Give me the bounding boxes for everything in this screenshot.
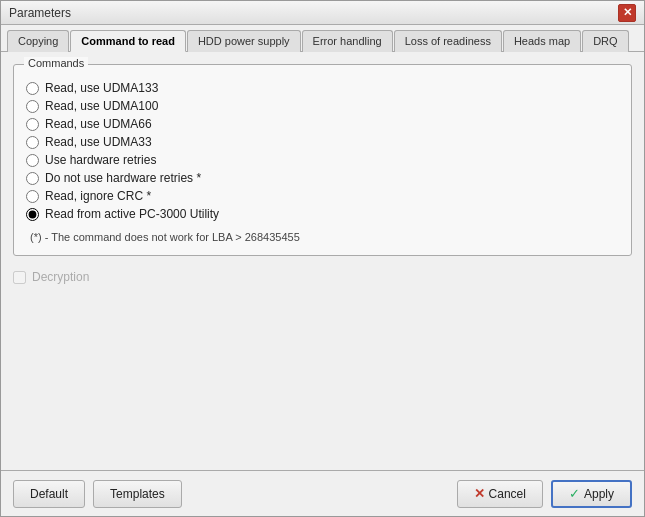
tab-hdd-power-supply[interactable]: HDD power supply	[187, 30, 301, 52]
radio-udma100[interactable]	[26, 100, 39, 113]
tab-command-to-read[interactable]: Command to read	[70, 30, 186, 52]
commands-group-label: Commands	[24, 57, 88, 69]
radio-item-ignore-crc[interactable]: Read, ignore CRC *	[26, 189, 619, 203]
radio-udma133[interactable]	[26, 82, 39, 95]
footer-left: Default Templates	[13, 480, 182, 508]
cancel-button[interactable]: ✕ Cancel	[457, 480, 543, 508]
default-button[interactable]: Default	[13, 480, 85, 508]
radio-label-ignore-crc: Read, ignore CRC *	[45, 189, 151, 203]
radio-group: Read, use UDMA133 Read, use UDMA100 Read…	[26, 81, 619, 221]
radio-label-no-hardware-retries: Do not use hardware retries *	[45, 171, 201, 185]
radio-item-udma33[interactable]: Read, use UDMA33	[26, 135, 619, 149]
tab-error-handling[interactable]: Error handling	[302, 30, 393, 52]
radio-label-udma100: Read, use UDMA100	[45, 99, 158, 113]
apply-label: Apply	[584, 487, 614, 501]
radio-label-active-pc3000: Read from active PC-3000 Utility	[45, 207, 219, 221]
apply-icon: ✓	[569, 486, 580, 501]
radio-item-udma133[interactable]: Read, use UDMA133	[26, 81, 619, 95]
commands-group: Commands Read, use UDMA133 Read, use UDM…	[13, 64, 632, 256]
close-button[interactable]: ✕	[618, 4, 636, 22]
radio-udma66[interactable]	[26, 118, 39, 131]
decryption-item: Decryption	[13, 266, 632, 288]
radio-label-hardware-retries: Use hardware retries	[45, 153, 156, 167]
note-text: (*) - The command does not work for LBA …	[26, 231, 619, 243]
radio-label-udma133: Read, use UDMA133	[45, 81, 158, 95]
radio-label-udma33: Read, use UDMA33	[45, 135, 152, 149]
window-title: Parameters	[9, 6, 71, 20]
radio-no-hardware-retries[interactable]	[26, 172, 39, 185]
radio-active-pc3000[interactable]	[26, 208, 39, 221]
title-bar: Parameters ✕	[1, 1, 644, 25]
tab-copying[interactable]: Copying	[7, 30, 69, 52]
radio-ignore-crc[interactable]	[26, 190, 39, 203]
radio-item-udma66[interactable]: Read, use UDMA66	[26, 117, 619, 131]
footer-right: ✕ Cancel ✓ Apply	[457, 480, 632, 508]
tab-drq[interactable]: DRQ	[582, 30, 628, 52]
tab-heads-map[interactable]: Heads map	[503, 30, 581, 52]
footer: Default Templates ✕ Cancel ✓ Apply	[1, 470, 644, 516]
apply-button[interactable]: ✓ Apply	[551, 480, 632, 508]
radio-label-udma66: Read, use UDMA66	[45, 117, 152, 131]
decryption-checkbox[interactable]	[13, 271, 26, 284]
tab-bar: Copying Command to read HDD power supply…	[1, 25, 644, 52]
decryption-label: Decryption	[32, 270, 89, 284]
templates-button[interactable]: Templates	[93, 480, 182, 508]
radio-item-active-pc3000[interactable]: Read from active PC-3000 Utility	[26, 207, 619, 221]
tab-loss-of-readiness[interactable]: Loss of readiness	[394, 30, 502, 52]
radio-item-no-hardware-retries[interactable]: Do not use hardware retries *	[26, 171, 619, 185]
cancel-label: Cancel	[489, 487, 526, 501]
radio-item-hardware-retries[interactable]: Use hardware retries	[26, 153, 619, 167]
radio-hardware-retries[interactable]	[26, 154, 39, 167]
radio-udma33[interactable]	[26, 136, 39, 149]
content-area: Commands Read, use UDMA133 Read, use UDM…	[1, 52, 644, 470]
parameters-window: Parameters ✕ Copying Command to read HDD…	[0, 0, 645, 517]
cancel-icon: ✕	[474, 486, 485, 501]
radio-item-udma100[interactable]: Read, use UDMA100	[26, 99, 619, 113]
